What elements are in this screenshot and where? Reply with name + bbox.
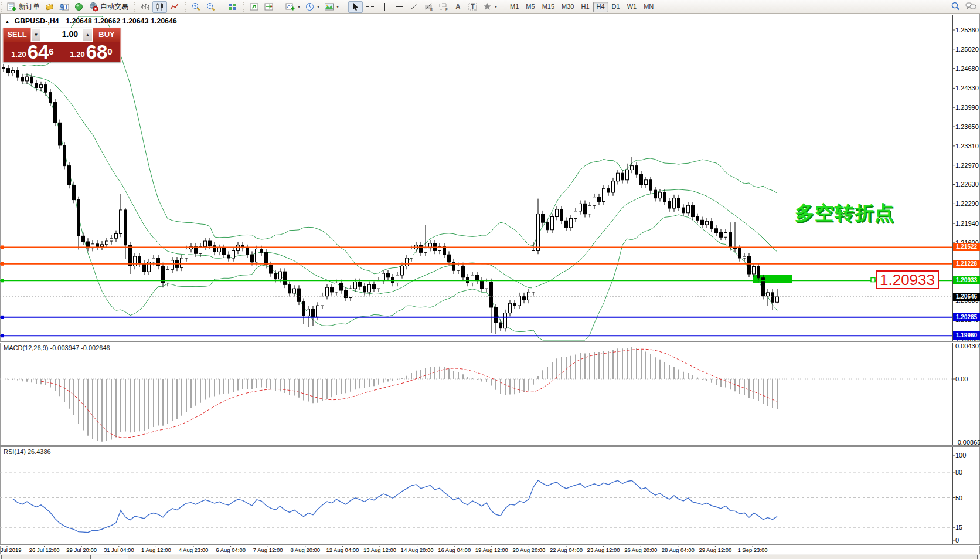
sell-price[interactable]: 1.20 64 6	[4, 42, 62, 62]
time-axis-label: 14 Aug 20:00	[401, 547, 434, 553]
price-line-badge: 1.20285	[953, 313, 980, 321]
autotrading-button[interactable]: 自动交易	[86, 1, 131, 13]
horizontal-level-lines	[0, 245, 952, 337]
zoom-in-button[interactable]	[189, 1, 203, 13]
new-order-button[interactable]: 新订单	[5, 1, 42, 13]
rsi-tick-label: 50	[955, 494, 980, 502]
profiles-button[interactable]: ▾	[302, 1, 322, 13]
market-watch-button[interactable]	[42, 1, 57, 13]
chevron-down-icon[interactable]: ▾	[317, 4, 319, 9]
time-axis-label: 31 Jul 04:00	[104, 547, 134, 553]
grid-icon: F	[438, 2, 448, 12]
crosshair-icon	[365, 2, 375, 12]
buy-price[interactable]: 1.20 68 0	[62, 42, 120, 62]
horizontal-line-button[interactable]	[392, 1, 407, 13]
timeframe-w1[interactable]: W1	[624, 2, 641, 12]
tile-windows-button[interactable]	[225, 1, 240, 13]
line-chart-icon	[169, 2, 179, 12]
zoom-out-button[interactable]	[203, 1, 218, 13]
timeframe-w1-label: W1	[627, 3, 637, 11]
search-button[interactable]	[951, 1, 961, 13]
volume-input[interactable]: 1.00	[41, 28, 83, 42]
rsi-tick-label: 15	[955, 524, 980, 531]
label-button[interactable]: T	[465, 1, 480, 13]
collapse-triangle-icon[interactable]: ▲	[5, 19, 10, 25]
chart-image-button[interactable]: ▾	[322, 1, 341, 13]
time-axis-label: 1 Sep 23:00	[737, 547, 767, 553]
ohlc-values: 1.20648 1.20662 1.20643 1.20646	[66, 17, 177, 25]
timeframe-h1[interactable]: H1	[577, 2, 593, 12]
autotrading-button-label: 自动交易	[100, 2, 128, 12]
vertical-line-button[interactable]	[377, 1, 392, 13]
track-chart-icon	[264, 2, 274, 12]
volume-increase-button[interactable]: ▲	[83, 28, 93, 42]
bar-chart-button[interactable]	[138, 1, 152, 13]
toolbar-group-main: 新订单自动交易	[0, 0, 133, 14]
buy-price-sup: 0	[107, 42, 112, 62]
toolbar-group-zoom	[184, 0, 220, 14]
candlestick-button[interactable]	[152, 1, 167, 13]
timeframe-h4[interactable]: H4	[593, 2, 608, 12]
autotrading-icon	[89, 2, 98, 12]
chart-image-icon	[324, 2, 334, 12]
toolbar-group-timeframes: M1M5M15M30H1H4D1W1MN	[502, 0, 659, 14]
timeframe-m1[interactable]: M1	[506, 2, 522, 12]
data-window-button[interactable]	[57, 1, 72, 13]
pane-divider-rsi[interactable]	[0, 445, 980, 447]
pane-divider-macd[interactable]	[0, 341, 980, 343]
sell-button[interactable]: SELL	[4, 28, 31, 42]
price-tick-label: 1.21940	[955, 220, 980, 227]
chart-canvas[interactable]	[0, 0, 980, 559]
svg-text:A: A	[455, 3, 461, 11]
trendline-button[interactable]	[407, 1, 421, 13]
timeframe-d1[interactable]: D1	[608, 2, 624, 12]
chevron-down-icon[interactable]: ▾	[336, 4, 339, 9]
auto-arrange-button[interactable]	[247, 1, 261, 13]
track-chart-button[interactable]	[261, 1, 276, 13]
profiles-icon	[305, 2, 315, 12]
timeframe-d1-label: D1	[612, 3, 620, 11]
label-icon: T	[468, 2, 478, 12]
timeframe-m30[interactable]: M30	[558, 2, 577, 12]
time-axis-label: 28 Aug 04:00	[662, 547, 695, 553]
vertical-line-icon	[380, 2, 390, 12]
time-axis-label: 8 Aug 20:00	[290, 547, 320, 553]
chart-window-tab[interactable]	[128, 555, 978, 559]
timeframe-mn[interactable]: MN	[640, 2, 657, 12]
timeframe-m5[interactable]: M5	[522, 2, 538, 12]
new-order-icon	[7, 2, 17, 12]
time-axis-label: 23 Aug 12:00	[587, 547, 620, 553]
candlestick-icon	[155, 2, 165, 12]
navigator-icon	[74, 2, 84, 12]
buy-button[interactable]: BUY	[93, 28, 120, 42]
chevron-down-icon[interactable]: ▾	[495, 4, 497, 9]
price-level-label[interactable]: 1.20933	[876, 270, 939, 289]
price-tick-label: 1.25020	[955, 46, 980, 53]
time-axis-label: 26 Jul 12:00	[29, 547, 60, 553]
toolbar-group-layout	[220, 0, 242, 14]
volume-decrease-button[interactable]: ▼	[31, 28, 41, 42]
chart-window-tab[interactable]	[1, 555, 91, 559]
rsi-tick-label: 80	[955, 469, 980, 476]
trendline-icon	[409, 2, 419, 12]
chat-button[interactable]	[965, 1, 976, 13]
chevron-down-icon[interactable]: ▾	[298, 4, 300, 9]
navigator-button[interactable]	[72, 1, 86, 13]
auto-arrange-icon	[249, 2, 259, 12]
text-button[interactable]: A	[451, 1, 465, 13]
line-chart-button[interactable]	[167, 1, 182, 13]
sell-price-sup: 6	[49, 42, 53, 62]
main-toolbar: 新订单自动交易▾▾▾EFAT▾M1M5M15M30H1H4D1W1MN	[0, 0, 980, 14]
timeframe-m15[interactable]: M15	[539, 2, 558, 12]
grid-button[interactable]: F	[436, 1, 451, 13]
price-line-badge: 1.19960	[953, 331, 980, 340]
turning-point-annotation[interactable]: 多空转折点	[795, 200, 894, 226]
crosshair-button[interactable]	[363, 1, 377, 13]
price-tick-label: 1.22970	[955, 162, 980, 169]
new-chart-button[interactable]: ▾	[283, 1, 302, 13]
shapes-button[interactable]: ▾	[480, 1, 499, 13]
price-tick-label: 1.24680	[955, 65, 980, 72]
cursor-button[interactable]	[348, 1, 363, 13]
fibonacci-button[interactable]: E	[421, 1, 436, 13]
candlestick-series	[2, 64, 779, 334]
